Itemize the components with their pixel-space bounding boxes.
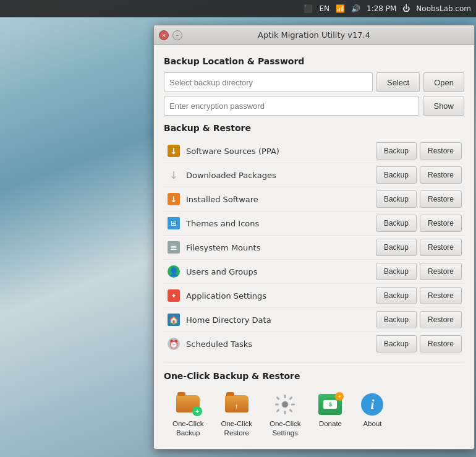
filesystem-mounts-restore-button[interactable]: Restore <box>420 239 462 256</box>
minimize-button[interactable]: – <box>172 30 182 40</box>
themes-icons-backup-button[interactable]: Backup <box>376 215 417 232</box>
oneclick-buttons: + One-ClickBackup ↑ <box>164 387 464 443</box>
list-item: ↓ Downloaded Packages Backup Restore <box>164 163 464 187</box>
titlebar: × – Aptik Migration Utility v17.4 <box>154 25 474 45</box>
home-icon <box>166 312 181 327</box>
themes-icon <box>166 216 181 231</box>
svg-rect-4 <box>291 404 295 406</box>
list-item: Users and Groups Backup Restore <box>164 260 464 284</box>
home-directory-label: Home Directory Data <box>186 315 376 325</box>
svg-rect-7 <box>276 409 280 412</box>
show-password-button[interactable]: Show <box>423 96 464 116</box>
directory-input[interactable] <box>164 72 373 92</box>
list-item: Application Settings Backup Restore <box>164 284 464 308</box>
filesystem-mounts-label: Filesystem Mounts <box>186 243 376 252</box>
power-icon: ⏻ <box>402 4 410 13</box>
list-item: Software Sources (PPA) Backup Restore <box>164 139 464 163</box>
taskbar: ⬛ EN 📶 🔊 1:28 PM ⏻ NoobsLab.com <box>0 0 476 17</box>
about-label: About <box>363 419 381 429</box>
svg-rect-1 <box>284 395 286 398</box>
password-row: Show <box>164 96 464 116</box>
installed-software-actions: Backup Restore <box>376 190 462 208</box>
list-item: Scheduled Tasks Backup Restore <box>164 332 464 356</box>
open-button[interactable]: Open <box>423 72 464 92</box>
oneclick-section: One-Click Backup & Restore + One-ClickBa… <box>164 362 464 443</box>
themes-icons-restore-button[interactable]: Restore <box>420 215 462 232</box>
oneclick-header: One-Click Backup & Restore <box>164 371 464 381</box>
donate-button[interactable]: $ + Donate <box>309 387 351 443</box>
svg-rect-6 <box>289 396 293 400</box>
themes-icons-actions: Backup Restore <box>376 215 462 232</box>
users-groups-backup-button[interactable]: Backup <box>376 263 417 280</box>
ppa-icon <box>166 143 181 158</box>
oc-settings-label: One-ClickSettings <box>270 419 300 438</box>
oc-restore-icon: ↑ <box>224 392 249 417</box>
svg-point-0 <box>282 401 288 408</box>
application-settings-backup-button[interactable]: Backup <box>376 287 417 304</box>
users-groups-label: Users and Groups <box>186 267 376 276</box>
svg-rect-5 <box>276 396 280 400</box>
downloaded-packages-actions: Backup Restore <box>376 166 462 184</box>
list-item: Home Directory Data Backup Restore <box>164 308 464 332</box>
main-window: × – Aptik Migration Utility v17.4 Backup… <box>153 25 475 450</box>
backup-restore-header: Backup & Restore <box>164 123 464 133</box>
software-sources-actions: Backup Restore <box>376 142 462 160</box>
donate-label: Donate <box>319 419 342 429</box>
list-item: Themes and Icons Backup Restore <box>164 211 464 236</box>
installed-software-backup-button[interactable]: Backup <box>376 190 417 208</box>
close-button[interactable]: × <box>159 30 169 40</box>
filesystem-icon <box>166 240 181 255</box>
donate-icon: $ + <box>318 392 342 417</box>
software-sources-restore-button[interactable]: Restore <box>420 142 462 160</box>
downloaded-packages-restore-button[interactable]: Restore <box>420 166 462 184</box>
oc-backup-icon: + <box>176 392 200 417</box>
installed-software-label: Installed Software <box>186 195 376 204</box>
scheduled-tasks-actions: Backup Restore <box>376 335 462 352</box>
network-icon: 📶 <box>336 4 345 13</box>
hostname: NoobsLab.com <box>416 4 471 13</box>
clock: 1:28 PM <box>367 4 396 13</box>
home-directory-restore-button[interactable]: Restore <box>420 311 462 328</box>
scheduled-tasks-restore-button[interactable]: Restore <box>420 335 462 352</box>
password-input[interactable] <box>164 96 419 116</box>
users-groups-actions: Backup Restore <box>376 263 462 280</box>
installed-icon <box>166 192 181 207</box>
about-button[interactable]: i About <box>351 387 393 443</box>
download-icon: ↓ <box>166 168 181 182</box>
oc-restore-label: One-ClickRestore <box>221 419 252 438</box>
filesystem-mounts-backup-button[interactable]: Backup <box>376 239 417 256</box>
list-item: Installed Software Backup Restore <box>164 187 464 211</box>
oc-restore-button[interactable]: ↑ One-ClickRestore <box>212 387 260 443</box>
downloaded-packages-label: Downloaded Packages <box>186 171 376 180</box>
window-title: Aptik Migration Utility v17.4 <box>258 30 370 40</box>
backup-location-section: Backup Location & Password Select Open S… <box>164 56 464 116</box>
home-directory-backup-button[interactable]: Backup <box>376 311 417 328</box>
scheduled-tasks-backup-button[interactable]: Backup <box>376 335 417 352</box>
sound-icon: 🔊 <box>351 4 360 13</box>
oc-settings-icon <box>273 392 297 417</box>
themes-icons-label: Themes and Icons <box>186 219 376 228</box>
installed-software-restore-button[interactable]: Restore <box>420 190 462 208</box>
monitor-icon: ⬛ <box>304 4 313 13</box>
users-groups-restore-button[interactable]: Restore <box>420 263 462 280</box>
directory-row: Select Open <box>164 72 464 92</box>
scheduled-icon <box>166 336 181 351</box>
svg-rect-3 <box>275 404 279 406</box>
select-button[interactable]: Select <box>376 72 420 92</box>
downloaded-packages-backup-button[interactable]: Backup <box>376 166 417 184</box>
list-item: Filesystem Mounts Backup Restore <box>164 236 464 260</box>
application-settings-label: Application Settings <box>186 291 376 301</box>
oc-backup-button[interactable]: + One-ClickBackup <box>164 387 212 443</box>
svg-rect-2 <box>284 411 286 414</box>
scheduled-tasks-label: Scheduled Tasks <box>186 340 376 349</box>
filesystem-mounts-actions: Backup Restore <box>376 239 462 256</box>
software-sources-backup-button[interactable]: Backup <box>376 142 417 160</box>
content-area: Backup Location & Password Select Open S… <box>154 45 474 449</box>
backup-restore-section: Backup & Restore Software Sources (PPA) … <box>164 123 464 356</box>
svg-rect-8 <box>289 409 293 412</box>
software-sources-label: Software Sources (PPA) <box>186 147 376 156</box>
application-settings-restore-button[interactable]: Restore <box>420 287 462 304</box>
application-settings-actions: Backup Restore <box>376 287 462 304</box>
appsettings-icon <box>166 288 181 303</box>
oc-settings-button[interactable]: One-ClickSettings <box>261 387 309 443</box>
